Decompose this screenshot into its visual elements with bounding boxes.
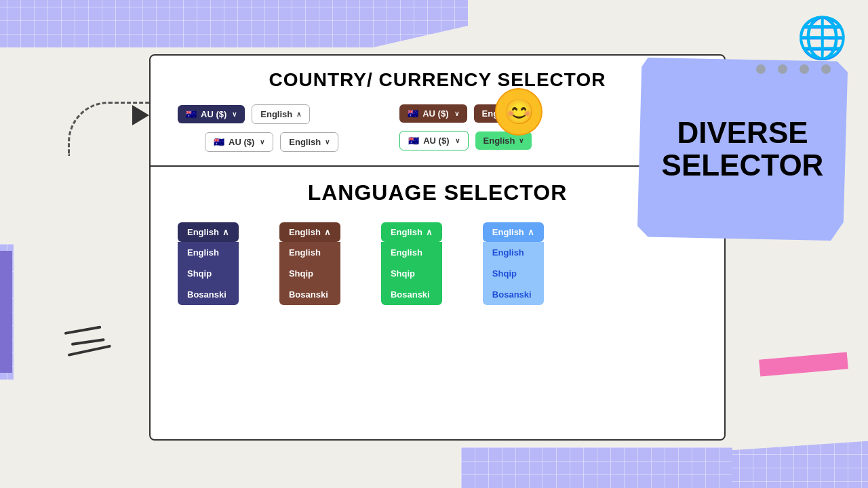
lang-option-english-3[interactable]: English bbox=[381, 242, 442, 263]
lang-option-bosanski-1[interactable]: Bosanski bbox=[178, 284, 239, 305]
lang-trigger-brown-label: English bbox=[289, 227, 321, 237]
lang-trigger-green-label: English bbox=[391, 227, 422, 237]
lang-options-blue: English Shqip Bosanski bbox=[483, 242, 544, 305]
note-dot-2 bbox=[778, 64, 787, 74]
country-selector-green-outline-1[interactable]: 🇦🇺 AU ($) ∨ bbox=[399, 131, 468, 150]
language-section: LANGUAGE SELECTOR English ∧ English Shqi… bbox=[151, 167, 724, 319]
lang-options-brown: English Shqip Bosanski bbox=[279, 242, 340, 305]
grid-decoration-bottom bbox=[461, 447, 732, 488]
chevron-down-icon-5: ∨ bbox=[455, 137, 460, 144]
country-value-3: AU ($) bbox=[422, 108, 448, 119]
chevron-down-icon-6: ∨ bbox=[519, 137, 524, 144]
country-selector-brown-1[interactable]: 🇦🇺 AU ($) ∨ bbox=[399, 104, 467, 123]
country-value-2: AU ($) bbox=[229, 137, 254, 147]
note-dot-3 bbox=[800, 64, 809, 74]
language-dropdowns-container: English ∧ English Shqip Bosanski English… bbox=[178, 222, 697, 305]
pink-strip-decoration bbox=[759, 352, 848, 376]
lang-selector-outline-2[interactable]: English ∨ bbox=[280, 132, 338, 152]
chevron-up-icon-blue: ∧ bbox=[528, 227, 534, 237]
globe-emoji: 🌐 bbox=[797, 15, 848, 60]
lang-option-english-2[interactable]: English bbox=[279, 242, 340, 263]
chevron-up-icon-brown: ∧ bbox=[324, 227, 331, 237]
main-panel: COUNTRY/ CURRENCY SELECTOR 🇦🇺 AU ($) ∨ E… bbox=[149, 54, 726, 441]
lang-trigger-navy-label: English bbox=[187, 227, 219, 237]
lang-selector-outline-1[interactable]: English ∧ bbox=[252, 104, 310, 124]
lang-option-bosanski-2[interactable]: Bosanski bbox=[279, 284, 340, 305]
lang-option-shqip-2[interactable]: Shqip bbox=[279, 263, 340, 284]
au-flag-icon-3: 🇦🇺 bbox=[408, 108, 418, 119]
note-dot-1 bbox=[756, 64, 766, 74]
chevron-up-icon-navy: ∧ bbox=[222, 227, 229, 237]
smiley-decoration: 😊 bbox=[495, 88, 542, 136]
lang-trigger-green[interactable]: English ∧ bbox=[381, 222, 442, 242]
globe-icon: 🌐 bbox=[797, 14, 848, 62]
lang-option-english-1[interactable]: English bbox=[178, 242, 239, 263]
language-section-title: LANGUAGE SELECTOR bbox=[178, 180, 697, 205]
purple-side-decoration bbox=[0, 251, 12, 373]
lang-dropdown-1: English ∧ English Shqip Bosanski bbox=[178, 222, 239, 305]
note-dot-4 bbox=[821, 64, 831, 74]
lang-value-2: English bbox=[289, 137, 321, 147]
country-value-4: AU ($) bbox=[423, 136, 449, 146]
au-flag-icon-1: 🇦🇺 bbox=[186, 109, 197, 119]
dashed-curve-decoration bbox=[68, 102, 149, 156]
blue-note-title: DIVERSE SELECTOR bbox=[637, 103, 848, 196]
note-dots-decoration bbox=[756, 64, 831, 74]
country-currency-section: COUNTRY/ CURRENCY SELECTOR 🇦🇺 AU ($) ∨ E… bbox=[151, 56, 724, 167]
country-value-1: AU ($) bbox=[201, 109, 226, 119]
scratch-marks-decoration bbox=[64, 332, 112, 365]
chevron-down-icon-4: ∨ bbox=[454, 110, 459, 117]
lang-trigger-brown[interactable]: English ∧ bbox=[279, 222, 340, 242]
country-selector-outline-2[interactable]: 🇦🇺 AU ($) ∨ bbox=[205, 132, 273, 152]
lang-option-bosanski-4[interactable]: Bosanski bbox=[483, 284, 544, 305]
lang-options-green: English Shqip Bosanski bbox=[381, 242, 442, 305]
smiley-emoji: 😊 bbox=[504, 98, 534, 126]
lang-dropdown-3: English ∧ English Shqip Bosanski bbox=[381, 222, 442, 305]
chevron-down-icon-2: ∨ bbox=[260, 138, 264, 146]
lang-trigger-navy[interactable]: English ∧ bbox=[178, 222, 239, 242]
au-flag-icon-4: 🇦🇺 bbox=[408, 136, 419, 146]
country-selector-dark-1[interactable]: 🇦🇺 AU ($) ∨ bbox=[178, 105, 245, 123]
chevron-up-icon-green: ∧ bbox=[426, 227, 433, 237]
lang-option-shqip-1[interactable]: Shqip bbox=[178, 263, 239, 284]
lang-option-shqip-3[interactable]: Shqip bbox=[381, 263, 442, 284]
lang-trigger-blue[interactable]: English ∧ bbox=[483, 222, 544, 242]
lang-trigger-blue-label: English bbox=[492, 227, 524, 237]
au-flag-icon-2: 🇦🇺 bbox=[214, 137, 224, 147]
country-currency-title: COUNTRY/ CURRENCY SELECTOR bbox=[178, 69, 697, 91]
chevron-down-icon-3: ∨ bbox=[325, 138, 330, 146]
blue-note-decoration: DIVERSE SELECTOR bbox=[637, 58, 848, 241]
lang-option-english-4[interactable]: English bbox=[483, 242, 544, 263]
chevron-down-icon-1: ∨ bbox=[232, 110, 237, 118]
grid-decoration-top-left bbox=[0, 0, 468, 47]
lang-option-bosanski-3[interactable]: Bosanski bbox=[381, 284, 442, 305]
lang-options-navy: English Shqip Bosanski bbox=[178, 242, 239, 305]
lang-dropdown-4: English ∧ English Shqip Bosanski bbox=[483, 222, 544, 305]
lang-value-1: English bbox=[260, 109, 292, 119]
lang-dropdown-2: English ∧ English Shqip Bosanski bbox=[279, 222, 340, 305]
chevron-up-icon-1: ∧ bbox=[296, 110, 301, 118]
lang-value-4: English bbox=[484, 136, 515, 146]
lang-option-shqip-4[interactable]: Shqip bbox=[483, 263, 544, 284]
